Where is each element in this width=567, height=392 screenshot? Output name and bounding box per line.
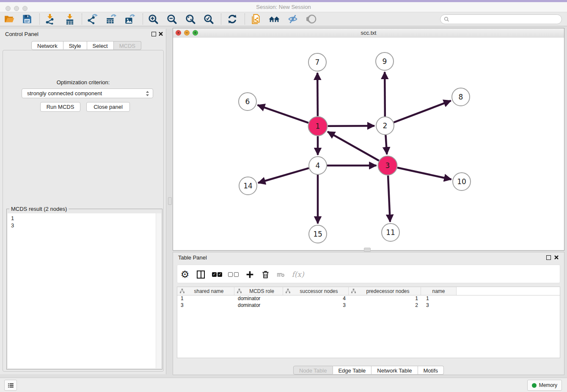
close-panel-button[interactable]: Close panel: [86, 102, 130, 112]
graph-node-14[interactable]: 14: [239, 177, 257, 195]
import-network-button[interactable]: [44, 13, 56, 25]
search-box[interactable]: [440, 14, 562, 24]
save-disk-icon: [22, 14, 33, 25]
float-panel-icon[interactable]: [546, 255, 551, 260]
column-header-shared-name[interactable]: shared name: [177, 287, 234, 295]
table-cell[interactable]: 3: [177, 302, 234, 309]
svg-text:7: 7: [315, 58, 320, 66]
table-row[interactable]: 1dominator411: [177, 295, 560, 302]
graph-node-1[interactable]: 1: [308, 117, 328, 136]
memory-button[interactable]: Memory: [527, 380, 562, 391]
table-cell[interactable]: 1: [349, 295, 421, 302]
graph-edge-3-1[interactable]: [328, 132, 379, 160]
tab-select[interactable]: Select: [87, 41, 114, 50]
zoom-out-button[interactable]: [166, 13, 178, 25]
tab-mcds[interactable]: MCDS: [114, 41, 141, 50]
export-image-button[interactable]: [124, 13, 135, 25]
first-neighbors-button[interactable]: [268, 13, 280, 25]
graph-node-15[interactable]: 15: [309, 225, 327, 243]
tab-style[interactable]: Style: [63, 41, 87, 50]
table-cell[interactable]: 1: [421, 295, 457, 302]
delete-columns-button[interactable]: [259, 268, 271, 280]
tab-edge-table[interactable]: Edge Table: [333, 366, 372, 375]
eye-icon: [306, 14, 317, 25]
import-table-button[interactable]: [64, 13, 76, 25]
optimization-criterion-select[interactable]: strongly connected component: [22, 88, 153, 98]
column-header-predecessor-nodes[interactable]: predecessor nodes: [349, 287, 421, 295]
horizontal-split-handle[interactable]: [364, 248, 371, 252]
result-scrollbar[interactable]: [156, 213, 161, 368]
hide-selected-button[interactable]: [287, 13, 299, 25]
optimization-criterion-value: strongly connected component: [27, 90, 102, 97]
apply-function-button[interactable]: f(x): [290, 268, 306, 280]
network-canvas[interactable]: 1234678910111415: [173, 38, 564, 250]
vertical-split-handle[interactable]: [168, 197, 172, 205]
status-bar: Memory: [0, 378, 567, 392]
export-table-button[interactable]: [105, 13, 117, 25]
graph-node-10[interactable]: 10: [453, 173, 471, 190]
table-settings-button[interactable]: ⚙: [179, 268, 191, 280]
zoom-fit-button[interactable]: [184, 13, 196, 25]
toolbar-separator: [221, 14, 221, 25]
graph-edge-2-3[interactable]: [385, 135, 387, 155]
tab-network[interactable]: Network: [31, 41, 63, 50]
mcds-result-line: 3: [8, 222, 161, 229]
refresh-layout-button[interactable]: [226, 13, 238, 25]
save-session-button[interactable]: [21, 13, 33, 25]
graph-node-6[interactable]: 6: [239, 93, 256, 110]
column-header-successor-nodes[interactable]: successor nodes: [283, 287, 349, 295]
table-header-row: shared nameMCDS rolesuccessor nodesprede…: [177, 287, 560, 295]
mcds-result-textarea[interactable]: 1 3: [8, 213, 161, 368]
export-network-button[interactable]: [86, 13, 98, 25]
toggle-panes-button[interactable]: [195, 268, 206, 280]
close-panel-icon[interactable]: [158, 31, 164, 37]
column-header-name[interactable]: name: [421, 287, 457, 295]
table-cell[interactable]: 4: [283, 295, 349, 302]
graph-edge-4-14[interactable]: [258, 168, 309, 183]
table-cell[interactable]: 3: [421, 302, 457, 309]
graph-edge-2-8[interactable]: [394, 101, 451, 122]
graph-edge-1-7[interactable]: [317, 73, 318, 116]
select-all-rows-button[interactable]: ✓✓: [211, 268, 223, 280]
checked-box-icon: ✓: [212, 272, 217, 277]
deselect-all-rows-button[interactable]: [227, 268, 239, 280]
show-all-button[interactable]: [306, 13, 318, 25]
run-mcds-button[interactable]: Run MCDS: [40, 102, 80, 112]
table-cell[interactable]: dominator: [234, 302, 283, 309]
graph-node-8[interactable]: 8: [452, 88, 470, 106]
float-panel-icon[interactable]: [151, 32, 156, 36]
graph-node-7[interactable]: 7: [308, 53, 326, 71]
graph-node-2[interactable]: 2: [376, 117, 394, 135]
unchecked-box-icon: [228, 272, 233, 277]
task-history-button[interactable]: [4, 380, 17, 391]
graph-edge-1-6[interactable]: [258, 105, 308, 123]
table-cell[interactable]: 3: [283, 302, 349, 309]
new-network-from-selection-button[interactable]: [250, 13, 262, 25]
graph-edge-2-9[interactable]: [385, 72, 385, 116]
graph-node-11[interactable]: 11: [382, 224, 399, 241]
zoom-in-button[interactable]: [147, 13, 159, 25]
open-session-button[interactable]: [3, 13, 15, 25]
close-panel-icon[interactable]: [553, 254, 559, 260]
column-header-MCDS-role[interactable]: MCDS role: [234, 287, 283, 295]
table-cell[interactable]: dominator: [234, 295, 283, 302]
graph-node-3[interactable]: 3: [378, 156, 397, 175]
search-input[interactable]: [451, 16, 561, 23]
graph-edge-3-10[interactable]: [397, 168, 451, 179]
zoom-selected-button[interactable]: [203, 13, 215, 25]
table-cell[interactable]: 2: [349, 302, 421, 309]
table-row[interactable]: 3dominator323: [177, 302, 560, 309]
tab-node-table[interactable]: Node Table: [293, 366, 333, 375]
column-header-label: shared name: [184, 288, 233, 294]
tab-motifs[interactable]: Motifs: [418, 366, 444, 375]
table-toolbar: ⚙ ✓✓ f(x): [177, 265, 560, 283]
graph-node-9[interactable]: 9: [376, 52, 394, 70]
graph-edge-3-11[interactable]: [388, 175, 390, 222]
delete-table-button[interactable]: [275, 268, 286, 280]
add-column-button[interactable]: [244, 268, 256, 280]
network-view-titlebar[interactable]: × − + scc.txt: [173, 28, 564, 38]
tab-network-table[interactable]: Network Table: [372, 366, 418, 375]
graph-edge-1-2[interactable]: [328, 126, 374, 126]
graph-node-4[interactable]: 4: [309, 157, 327, 174]
table-cell[interactable]: 1: [177, 295, 234, 302]
